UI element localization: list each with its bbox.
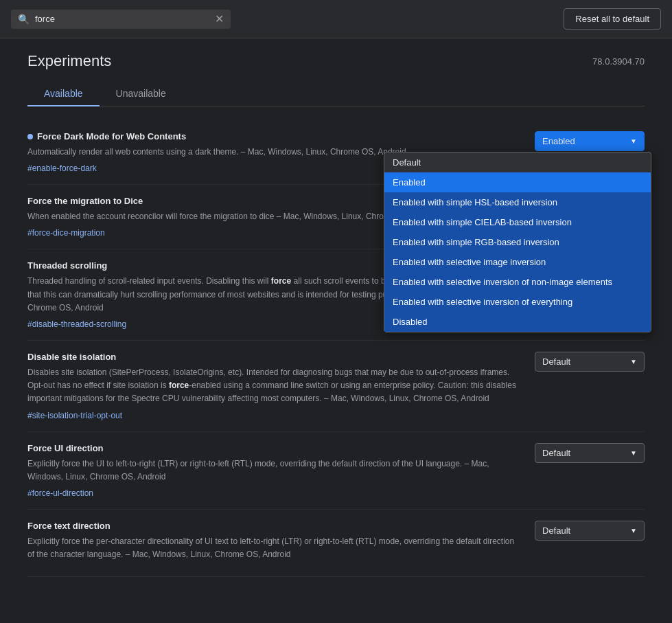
experiment-control-isolation: Default ▼ [535, 352, 645, 372]
experiment-desc: Explicitly force the UI to left-to-right… [27, 457, 521, 484]
chevron-down-icon: ▼ [630, 358, 637, 365]
experiment-title: Force UI direction [27, 443, 521, 453]
select-value: Default [542, 448, 570, 458]
experiment-control-ui-direction: Default ▼ [535, 443, 645, 463]
dropdown-option-enabled[interactable]: Enabled [384, 172, 651, 192]
reset-all-button[interactable]: Reset all to default [564, 8, 661, 30]
search-icon: 🔍 [18, 14, 30, 25]
experiment-force-text-direction: Force text direction Explicitly force th… [27, 510, 645, 577]
dark-mode-dropdown: Default Enabled Enabled with simple HSL-… [384, 152, 651, 332]
select-value: Default [542, 525, 570, 536]
chevron-down-icon: ▼ [630, 527, 637, 534]
experiment-control-text-direction: Default ▼ [535, 521, 645, 541]
content-area: Force Dark Mode for Web Contents Automat… [0, 106, 672, 591]
experiment-link[interactable]: #force-ui-direction [27, 488, 93, 498]
dropdown-option-selective-everything[interactable]: Enabled with selective inversion of ever… [384, 292, 651, 312]
experiment-title: Disable site isolation [27, 352, 521, 362]
tab-available[interactable]: Available [27, 81, 100, 106]
dropdown-option-rgb[interactable]: Enabled with simple RGB-based inversion [384, 232, 651, 252]
dark-mode-select-button[interactable]: Enabled ▼ [535, 131, 645, 151]
isolation-select-button[interactable]: Default ▼ [535, 352, 645, 372]
desc-bold: force [271, 276, 291, 286]
select-value: Enabled [542, 136, 575, 146]
active-dot [27, 134, 33, 139]
ui-direction-select-button[interactable]: Default ▼ [535, 443, 645, 463]
experiment-title-text: Force the migration to Dice [27, 196, 143, 206]
experiment-title-text: Force text direction [27, 521, 111, 531]
top-bar: 🔍 ✕ Reset all to default [0, 0, 672, 38]
dropdown-option-cielab[interactable]: Enabled with simple CIELAB-based inversi… [384, 212, 651, 232]
dropdown-option-selective-non-image[interactable]: Enabled with selective inversion of non-… [384, 272, 651, 292]
experiment-desc: Explicitly force the per-character direc… [27, 535, 521, 561]
select-value: Default [542, 356, 570, 367]
dropdown-option-disabled[interactable]: Disabled [384, 312, 651, 332]
experiment-title-text: Force Dark Mode for Web Contents [37, 131, 186, 141]
experiment-link[interactable]: #disable-threaded-scrolling [27, 319, 126, 329]
version-label: 78.0.3904.70 [592, 56, 645, 67]
tab-unavailable[interactable]: Unavailable [100, 81, 183, 106]
dropdown-option-default[interactable]: Default [384, 152, 651, 172]
text-direction-select-button[interactable]: Default ▼ [535, 521, 645, 541]
desc-before: Threaded handling of scroll-related inpu… [27, 276, 271, 286]
chevron-down-icon: ▼ [630, 449, 637, 457]
tabs-bar: Available Unavailable [27, 81, 645, 106]
experiment-info: Force text direction Explicitly force th… [27, 521, 521, 565]
search-wrapper: 🔍 ✕ [11, 10, 231, 29]
experiment-desc: Disables site isolation (SitePerProcess,… [27, 366, 521, 406]
experiment-title-text: Disable site isolation [27, 352, 116, 362]
experiment-link[interactable]: #enable-force-dark [27, 163, 97, 173]
page-header: Experiments 78.0.3904.70 [0, 38, 672, 70]
experiment-info: Force UI direction Explicitly force the … [27, 443, 521, 498]
search-input[interactable] [35, 14, 209, 24]
experiment-title-text: Force UI direction [27, 443, 104, 453]
experiment-info: Disable site isolation Disables site iso… [27, 352, 521, 420]
page-title: Experiments [27, 52, 111, 70]
experiment-title: Force text direction [27, 521, 521, 531]
experiment-site-isolation: Disable site isolation Disables site iso… [27, 341, 645, 432]
experiment-control-dark-mode: Enabled ▼ Default Enabled Enabled with s… [535, 131, 645, 151]
dropdown-option-selective-image[interactable]: Enabled with selective image inversion [384, 252, 651, 272]
experiment-title: Force Dark Mode for Web Contents [27, 131, 521, 141]
experiment-force-dark-mode: Force Dark Mode for Web Contents Automat… [27, 120, 645, 185]
experiment-link[interactable]: #force-dice-migration [27, 228, 105, 238]
search-clear-button[interactable]: ✕ [215, 14, 224, 25]
experiment-title-text: Threaded scrolling [27, 260, 107, 271]
chevron-down-icon: ▼ [630, 137, 637, 145]
experiment-link[interactable]: #site-isolation-trial-opt-out [27, 411, 122, 420]
experiment-force-ui-direction: Force UI direction Explicitly force the … [27, 432, 645, 510]
dropdown-option-hsl[interactable]: Enabled with simple HSL-based inversion [384, 192, 651, 212]
desc-bold: force [169, 381, 189, 390]
